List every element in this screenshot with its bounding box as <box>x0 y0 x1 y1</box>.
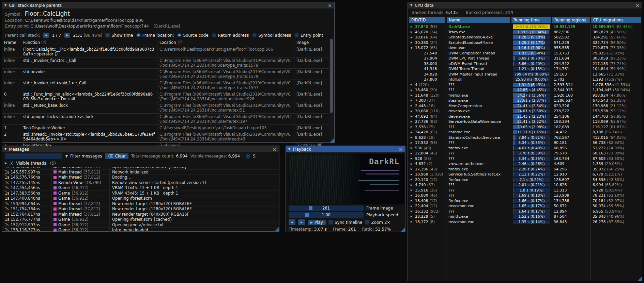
prev-frame-button[interactable]: ◀ <box>289 219 295 225</box>
show-checkbox[interactable] <box>246 154 250 159</box>
function-cell[interactable]: std::thread::_Invoke<std::tuple<<lambda_… <box>21 131 157 142</box>
tree-collapsed-icon[interactable]: ▶ <box>411 147 414 149</box>
callstack-titlebar[interactable]: ▼ Call stack sample parents × <box>2 2 334 9</box>
cpu-process-row[interactable]: ▼13,072(65)dwm.exe1:16.1 (7.90%)955,5857… <box>409 45 641 51</box>
cpu-process-row[interactable]: ▶11,648(120)firefox.exe34.27 s (3.56%)1,… <box>409 93 641 98</box>
message-row[interactable]: 1s 147,383,566nsGame(36,912)VRAM 43x45: … <box>2 191 279 196</box>
cpu-thread-row[interactable]: 41,348DWM Token Thread1.21 s (0.13%)174,… <box>409 66 641 72</box>
message-row[interactable]: 1s 152,776,777nsGame(36,912)Opening /for… <box>2 217 279 222</box>
tree-collapsed-icon[interactable]: ▶ <box>411 41 414 44</box>
function-cell[interactable]: TaskDispatch::Worker <box>21 125 157 131</box>
resize-grip[interactable] <box>401 227 405 232</box>
callstack-frame-row[interactable]: inlinestd::invokeC:\Program Files (x86)\… <box>2 69 329 80</box>
cpu-process-row[interactable]: ▶16,332(982)???1.64 s (0.17%)12,8946,955… <box>409 209 641 214</box>
tree-collapsed-icon[interactable]: ▶ <box>411 94 414 97</box>
collapse-arrow-icon[interactable]: ▼ <box>288 148 290 151</box>
next-callstack-button[interactable]: ▶ <box>64 33 70 38</box>
cpu-process-row[interactable]: ▶34,420(65)chrome.exe11.11 s (1.15%)14,4… <box>409 130 641 135</box>
tree-collapsed-icon[interactable]: ▶ <box>411 157 414 160</box>
function-cell[interactable]: std::_Invoker_functor::_Call <box>21 57 157 68</box>
tree-collapsed-icon[interactable]: ▶ <box>411 31 414 33</box>
cpu-thread-row[interactable]: 27,800ntdll.dll25.93 ms (0.00%)1,7021,29… <box>409 77 641 82</box>
collapse-arrow-icon[interactable]: ▼ <box>4 148 6 151</box>
message-row[interactable]: 1s 153,116,377nsGame(36,912)Intro menu l… <box>2 228 279 232</box>
column-header-running-time[interactable]: Running time <box>511 17 551 23</box>
cpu-process-row[interactable]: ▶7,300(37)steam.exe27.61 s (2.87%)1,286,… <box>409 98 641 103</box>
tree-collapsed-icon[interactable]: ▶ <box>411 36 414 39</box>
tree-collapsed-icon[interactable]: ▶ <box>411 194 414 197</box>
message-row[interactable]: 1s 151,754,784nsMain thread(37,812)New r… <box>2 206 279 212</box>
playback-speed-slider[interactable]: 1.00 <box>289 212 364 218</box>
tree-collapsed-icon[interactable]: ▶ <box>411 126 414 128</box>
callstack-frame-row[interactable]: 1TaskDispatch::WorkerC:\Users\wolf\Deskt… <box>2 125 329 131</box>
tree-collapsed-icon[interactable]: ▶ <box>411 89 414 91</box>
cpu-process-row[interactable]: ▶45,620(24)Tracy.exe1:39.5 (10.34%)887,5… <box>409 30 641 35</box>
tree-collapsed-icon[interactable]: ▶ <box>411 104 414 107</box>
next-frame-button[interactable]: ▶ <box>298 219 305 225</box>
tree-collapsed-icon[interactable]: ▶ <box>411 184 414 186</box>
function-cell[interactable]: Floor::CalcLight::__l4::<lambda_5bc224f1… <box>21 46 157 57</box>
message-row[interactable]: 1s 150,994,064nsMain thread(37,812)New r… <box>2 201 279 207</box>
cpu-thread-row[interactable]: 34,028DWM Master Input Thread799.64 ms (… <box>409 72 641 77</box>
tree-collapsed-icon[interactable]: ▶ <box>411 210 414 213</box>
callstack-frame-row[interactable]: inlinestd::_Invoker_functor::_CallC:\Pro… <box>2 57 329 69</box>
tree-collapsed-icon[interactable]: ▶ <box>411 131 414 134</box>
cpu-process-row[interactable]: ▶3,536(75)???20.05 s (2.08%)187,689116,1… <box>409 124 641 130</box>
cpu-process-row[interactable]: ▶16,880(46)???1.69 s (0.18%)123,98878,23… <box>409 193 641 198</box>
cpu-process-row[interactable]: ▶8,628(18)StandardCollector.Service.e7.8… <box>409 135 641 140</box>
callstack-scrollbar[interactable] <box>329 38 333 141</box>
cpu-process-row[interactable]: ▶536(49)firefox.exe4.61 s (0.48%)68,8565… <box>409 146 641 151</box>
collapse-arrow-icon[interactable]: ▼ <box>4 4 6 7</box>
tree-collapsed-icon[interactable]: ▶ <box>411 220 414 223</box>
cpu-process-row[interactable]: ▶17,396(43)firefox.exe2.28 s (0.24%)54,2… <box>409 167 641 172</box>
tree-collapsed-icon[interactable]: ▶ <box>411 115 414 118</box>
tree-collapsed-icon[interactable]: ▶ <box>411 173 414 176</box>
tree-caret-icon[interactable]: ▶ <box>5 162 7 165</box>
cpu-titlebar[interactable]: ▼ CPU data × <box>408 2 642 9</box>
play-button[interactable]: ▶ Play <box>308 220 326 225</box>
tree-collapsed-icon[interactable]: ▶ <box>411 142 414 144</box>
cpu-process-row[interactable]: ▶27,736(88)ServiceHub.DataWarehouse21.41… <box>409 119 641 124</box>
tree-collapsed-icon[interactable]: ▶ <box>411 168 414 170</box>
tree-expanded-icon[interactable]: ▼ <box>411 47 414 49</box>
scrollbar-thumb[interactable] <box>330 39 333 113</box>
cpu-process-row[interactable]: ▶18,408(17)firefox.exe1.66 s (0.17%)134,… <box>409 198 641 204</box>
column-header-running-regions[interactable]: Running regions <box>552 17 590 23</box>
tree-collapsed-icon[interactable]: ▶ <box>411 152 414 155</box>
function-cell[interactable]: std::_Mutex_base::lock <box>21 102 157 113</box>
radio-option-source-code[interactable]: Source code <box>177 33 209 38</box>
cpu-process-row[interactable]: ▶28,228(5)mintty.exe1.52 s (0.16%)87,504… <box>409 214 641 219</box>
tree-collapsed-icon[interactable]: ▶ <box>411 205 414 207</box>
cpu-process-row[interactable]: ▶18,172(8)msvsmon.exe1.35 s (0.14%)38,84… <box>409 219 641 225</box>
tree-collapsed-icon[interactable]: ▶ <box>411 110 414 113</box>
resize-grip[interactable] <box>638 277 642 281</box>
callstack-frame-row[interactable]: inlinestd::_Invoker_ret<void,1>::_CallC:… <box>2 80 329 91</box>
resize-grip[interactable] <box>330 138 334 143</box>
cpu-process-row[interactable]: ▶2,448(18)MemCompression24.41 s (2.54%)6… <box>409 103 641 109</box>
collapse-arrow-icon[interactable]: ▼ <box>410 4 412 7</box>
message-row[interactable]: 1s 120,335,212nsMain thread(37,812)Openi… <box>2 167 279 170</box>
tree-collapsed-icon[interactable]: ▶ <box>411 120 414 123</box>
tree-collapsed-icon[interactable]: ▶ <box>411 99 414 102</box>
cpu-process-row[interactable]: ▶30,060(116)devenv.exe24.01 s (2.50%)278… <box>409 109 641 114</box>
cpu-process-row[interactable]: ▶17,532(56)???5.34 s (0.55%)90,18156,738… <box>409 140 641 146</box>
cpu-process-row[interactable]: ▶18,460(20)???42.85 s (4.45%)2,344,9151,… <box>409 87 641 93</box>
cpu-process-row[interactable]: ▶10,816(64)ScriptedSandbox64.exe1:28.5 (… <box>409 35 641 40</box>
shuffle-icon[interactable] <box>9 161 14 165</box>
resize-grip[interactable] <box>275 227 279 231</box>
close-icon[interactable]: × <box>635 3 640 8</box>
function-cell[interactable]: std::_Func_impl_no_alloc<<lambda_5bc224f… <box>21 91 157 102</box>
close-icon[interactable]: × <box>399 147 403 152</box>
tree-collapsed-icon[interactable]: ▶ <box>411 178 414 181</box>
cpu-thread-row[interactable]: 37,904DWM LPC Port Thread6.69 s (0.70%)3… <box>409 56 641 61</box>
radio-option-entry-point[interactable]: Entry point <box>294 33 323 38</box>
callstack-frame-row[interactable]: 2std::thread::_Invoke<std::tuple<<lambda… <box>2 131 329 143</box>
callstack-frame-row[interactable]: 0std::_Func_impl_no_alloc<<lambda_5bc224… <box>2 91 329 102</box>
cpu-process-row[interactable]: ▶928(25)???3.34 s (0.35%)163,73487,605(5… <box>409 156 641 162</box>
radio-option-symbol-address[interactable]: Symbol address <box>252 33 291 38</box>
cpu-process-row[interactable]: ▶30,380(24)ScriptedSandbox64.exe1:28.2 (… <box>409 40 641 46</box>
cpu-process-row[interactable]: ▶37,840(55)DarkRL.exe2:31.6 (15.76%)16,9… <box>409 24 641 30</box>
column-header-cpu-migrations[interactable]: CPU migrations <box>591 17 641 23</box>
function-cell[interactable]: std::unique_lock<std::mutex>::lock <box>21 114 157 124</box>
sync-timeline-checkbox[interactable]: Sync timeline <box>328 220 363 225</box>
